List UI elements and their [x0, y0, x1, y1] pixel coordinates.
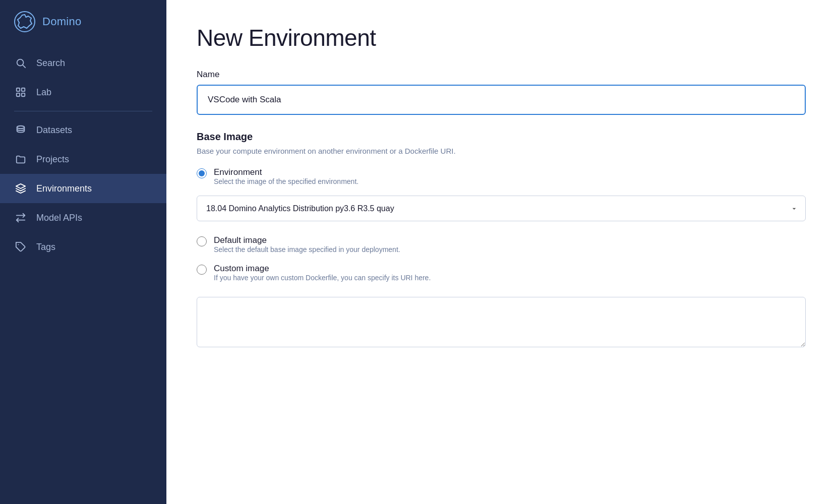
custom-image-radio-group: Custom image If you have your own custom… [197, 264, 806, 349]
svg-line-10 [18, 26, 21, 28]
custom-image-radio[interactable] [197, 265, 207, 275]
default-image-desc: Select the default base image specified … [214, 245, 400, 254]
default-image-option: Default image Select the default base im… [197, 235, 806, 261]
svg-line-12 [18, 20, 19, 23]
logo-text: Domino [42, 15, 82, 28]
folder-icon [14, 153, 27, 166]
custom-image-option: Custom image If you have your own custom… [197, 264, 806, 289]
environment-option-content: Environment Select the image of the spec… [214, 167, 359, 193]
sidebar-item-label: Tags [36, 242, 55, 253]
default-image-radio-group: Default image Select the default base im… [197, 235, 806, 261]
default-image-label[interactable]: Default image [214, 235, 267, 245]
environment-select[interactable]: 18.04 Domino Analytics Distribution py3.… [197, 196, 806, 221]
sidebar-item-model-apis[interactable]: Model APIs [0, 203, 166, 232]
sidebar-item-label: Search [36, 58, 65, 69]
main-content: New Environment Name Base Image Base you… [166, 0, 836, 504]
name-label: Name [197, 70, 806, 80]
tag-icon [14, 240, 27, 254]
grid-icon [14, 86, 27, 99]
svg-line-7 [27, 26, 29, 28]
name-field-group: Name [197, 70, 806, 131]
nav-divider [14, 111, 152, 111]
environment-radio-group: Environment Select the image of the spec… [197, 167, 806, 233]
base-image-section: Base Image Base your compute environment… [197, 131, 806, 349]
sidebar-item-label: Environments [36, 183, 92, 194]
svg-rect-21 [22, 93, 25, 96]
sidebar-item-label: Lab [36, 87, 51, 98]
svg-line-3 [28, 16, 31, 18]
sidebar-item-datasets[interactable]: Datasets [0, 115, 166, 145]
svg-line-9 [21, 27, 24, 28]
custom-image-desc: If you have your own custom Dockerfile, … [214, 274, 431, 282]
svg-line-5 [30, 21, 32, 24]
svg-point-22 [17, 126, 25, 129]
custom-image-option-content: Custom image If you have your own custom… [214, 264, 431, 289]
domino-logo-icon [14, 11, 35, 32]
name-input[interactable] [197, 85, 806, 115]
sidebar-item-projects[interactable]: Projects [0, 145, 166, 174]
search-icon [14, 56, 27, 70]
page-title: New Environment [197, 24, 806, 51]
database-icon [14, 123, 27, 137]
sidebar-item-lab[interactable]: Lab [0, 78, 166, 107]
svg-rect-19 [22, 88, 25, 91]
sidebar-item-tags[interactable]: Tags [0, 232, 166, 262]
custom-image-input[interactable] [197, 297, 806, 347]
sidebar-item-search[interactable]: Search [0, 48, 166, 78]
svg-line-15 [22, 15, 25, 15]
sidebar-item-label: Projects [36, 154, 69, 165]
sidebar-item-label: Model APIs [36, 213, 82, 223]
form-section: New Environment Name Base Image Base you… [197, 24, 806, 349]
cube-icon [14, 182, 27, 195]
environment-option-desc: Select the image of the specified enviro… [214, 177, 359, 185]
svg-rect-20 [17, 93, 20, 96]
base-image-title: Base Image [197, 131, 806, 143]
default-image-option-content: Default image Select the default base im… [214, 235, 400, 261]
sidebar: Domino Search Lab [0, 0, 166, 504]
sidebar-logo[interactable]: Domino [0, 0, 166, 43]
base-image-desc: Base your compute environment on another… [197, 147, 806, 155]
custom-image-label[interactable]: Custom image [214, 264, 269, 273]
sidebar-item-label: Datasets [36, 125, 72, 136]
environment-radio[interactable] [197, 168, 207, 178]
arrows-icon [14, 211, 27, 224]
svg-rect-18 [17, 88, 20, 91]
svg-line-8 [24, 27, 27, 28]
sidebar-item-environments[interactable]: Environments [0, 174, 166, 203]
svg-line-17 [23, 65, 25, 68]
environment-option: Environment Select the image of the spec… [197, 167, 806, 193]
environment-option-label[interactable]: Environment [214, 167, 262, 177]
sidebar-nav: Search Lab [0, 43, 166, 267]
default-image-radio[interactable] [197, 236, 207, 246]
